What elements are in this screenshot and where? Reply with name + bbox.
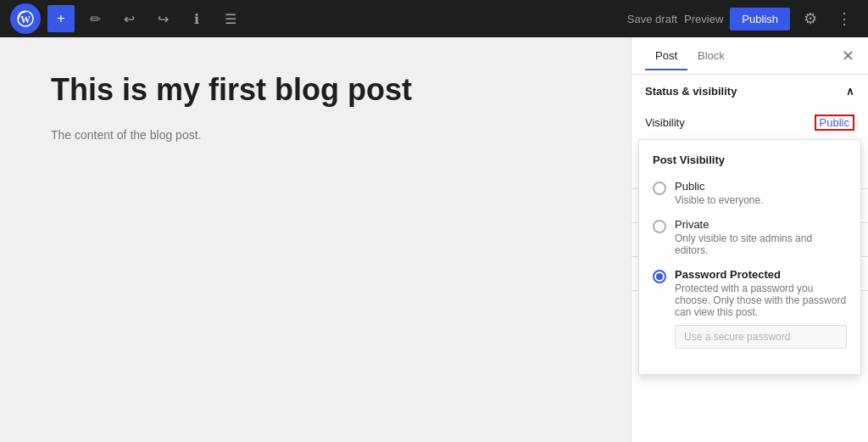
radio-password-label: Password Protected bbox=[675, 268, 847, 281]
visibility-label: Visibility bbox=[645, 116, 685, 129]
radio-private[interactable] bbox=[653, 220, 666, 233]
tab-block[interactable]: Block bbox=[687, 42, 735, 70]
radio-option-private: Private Only visible to site admins and … bbox=[653, 218, 847, 256]
post-title[interactable]: This is my first blog post bbox=[51, 71, 580, 108]
radio-password[interactable] bbox=[653, 270, 666, 283]
save-draft-button[interactable]: Save draft bbox=[627, 13, 677, 25]
edit-button[interactable]: ✏ bbox=[81, 5, 108, 32]
undo-icon: ↩ bbox=[124, 11, 135, 27]
status-visibility-title: Status & visibility bbox=[645, 85, 737, 98]
radio-private-desc: Only visible to site admins and editors. bbox=[675, 232, 847, 256]
radio-public-text: Public Visible to everyone. bbox=[675, 180, 764, 206]
visibility-row: Visibility Public bbox=[645, 115, 854, 131]
status-visibility-header[interactable]: Status & visibility ∧ bbox=[632, 75, 868, 108]
close-icon: ✕ bbox=[842, 47, 854, 65]
settings-button[interactable]: ⚙ bbox=[797, 5, 824, 32]
password-input[interactable] bbox=[675, 325, 847, 349]
preview-button[interactable]: Preview bbox=[684, 13, 723, 25]
svg-text:W: W bbox=[20, 14, 31, 25]
popup-title: Post Visibility bbox=[653, 154, 847, 166]
undo-button[interactable]: ↩ bbox=[115, 5, 142, 32]
add-block-button[interactable]: + bbox=[47, 5, 75, 32]
chevron-up-icon: ∧ bbox=[846, 85, 854, 98]
list-icon: ☰ bbox=[225, 11, 236, 27]
gear-icon: ⚙ bbox=[804, 9, 817, 28]
radio-private-text: Private Only visible to site admins and … bbox=[675, 218, 847, 256]
radio-password-text: Password Protected Protected with a pass… bbox=[675, 268, 847, 349]
more-options-button[interactable]: ⋮ bbox=[831, 5, 858, 32]
sidebar: Post Block ✕ Status & visibility ∧ Visib… bbox=[631, 37, 868, 442]
radio-option-password: Password Protected Protected with a pass… bbox=[653, 268, 847, 349]
sidebar-tabs: Post Block ✕ bbox=[632, 37, 868, 75]
toolbar-right: Save draft Preview Publish ⚙ ⋮ bbox=[627, 5, 858, 32]
radio-public-label: Public bbox=[675, 180, 764, 193]
info-icon: ℹ bbox=[194, 11, 199, 27]
main-layout: This is my first blog post The content o… bbox=[0, 37, 868, 442]
post-content[interactable]: The content of the blog post. bbox=[51, 128, 580, 142]
list-view-button[interactable]: ☰ bbox=[217, 5, 244, 32]
radio-public[interactable] bbox=[653, 182, 666, 195]
sidebar-close-button[interactable]: ✕ bbox=[842, 47, 854, 65]
toolbar: W + ✏ ↩ ↪ ℹ ☰ Save draft Preview Publish… bbox=[0, 0, 868, 37]
tab-post[interactable]: Post bbox=[645, 42, 687, 70]
editor-area: This is my first blog post The content o… bbox=[0, 37, 631, 442]
pencil-icon: ✏ bbox=[90, 11, 101, 27]
more-icon: ⋮ bbox=[837, 9, 852, 28]
visibility-popup: Post Visibility Public Visible to everyo… bbox=[638, 139, 861, 375]
wp-logo: W bbox=[10, 3, 41, 34]
redo-button[interactable]: ↪ bbox=[149, 5, 176, 32]
radio-password-desc: Protected with a password you choose. On… bbox=[675, 283, 847, 318]
radio-option-public: Public Visible to everyone. bbox=[653, 180, 847, 206]
info-button[interactable]: ℹ bbox=[183, 5, 210, 32]
visibility-value[interactable]: Public bbox=[815, 115, 854, 131]
plus-icon: + bbox=[57, 11, 64, 26]
radio-private-label: Private bbox=[675, 218, 847, 231]
radio-public-desc: Visible to everyone. bbox=[675, 194, 764, 206]
redo-icon: ↪ bbox=[158, 11, 169, 27]
publish-button[interactable]: Publish bbox=[730, 8, 790, 31]
